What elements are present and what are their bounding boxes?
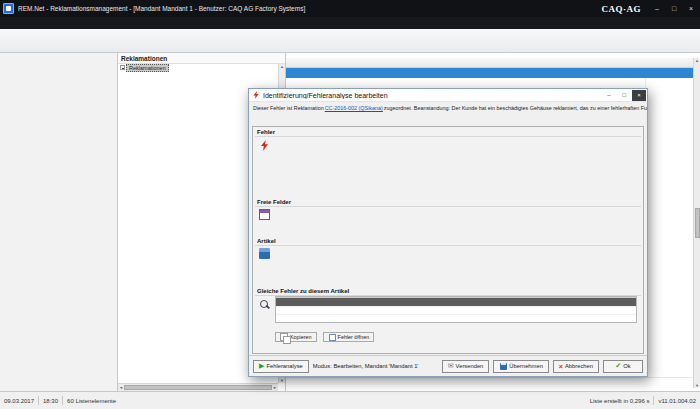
status-time: 18:30	[43, 398, 58, 404]
abbrechen-button[interactable]: ×Abbrechen	[553, 360, 599, 373]
scroll-down-icon[interactable]: ▼	[280, 378, 284, 383]
collapse-icon[interactable]	[120, 65, 125, 70]
dialog-tab-page: Fehler Freie Felder Artikel Gleiche Fehl…	[252, 126, 644, 354]
gleiche-fehler-group-title: Gleiche Fehler zu diesem Artikel	[255, 287, 641, 296]
status-version: v11.01.004.02	[658, 398, 696, 404]
scroll-right-icon[interactable]: ►	[273, 385, 277, 390]
error-bolt-icon	[259, 140, 270, 151]
dialog-title-bar: Identifizierung/Fehleranalyse bearbeiten…	[249, 89, 647, 102]
freie-felder-group-title: Freie Felder	[255, 198, 641, 207]
fehler-group: Fehler	[255, 128, 641, 138]
grid-header-row	[286, 58, 693, 68]
sidebar	[0, 53, 118, 391]
calendar-icon	[259, 209, 270, 220]
toolbar	[0, 29, 700, 53]
tree-horizontal-scrollbar[interactable]: ◄►	[118, 383, 278, 391]
grid-bottom-row[interactable]	[286, 377, 693, 388]
package-icon	[259, 248, 270, 259]
scroll-up-icon[interactable]: ▲	[695, 58, 699, 63]
status-date: 09.03.2017	[4, 398, 34, 404]
dialog-close-button[interactable]: ×	[632, 90, 646, 101]
dialog-minimize-button[interactable]: –	[602, 90, 616, 101]
envelope-icon: ✉	[448, 362, 454, 370]
dialog-tab-strip	[249, 114, 647, 126]
status-list-time: Liste erstellt in 0,296 s	[590, 398, 650, 404]
window-title: REM.Net - Reklamationsmanagement - [Mand…	[18, 5, 305, 12]
title-bar: REM.Net - Reklamationsmanagement - [Mand…	[0, 0, 700, 17]
dialog-footer: ▶Fehleranalyse Modus: Bearbeiten, Mandan…	[249, 355, 647, 376]
app-icon	[3, 3, 14, 14]
gleiche-fehler-table	[275, 296, 637, 323]
dialog-title: Identifizierung/Fehleranalyse bearbeiten	[263, 92, 602, 99]
tree-root-node[interactable]: Reklamationen	[118, 64, 285, 71]
app-window: REM.Net - Reklamationsmanagement - [Mand…	[0, 0, 700, 409]
artikel-group-title: Artikel	[255, 237, 641, 246]
freie-felder-group: Freie Felder	[255, 198, 641, 208]
error-bolt-icon	[252, 91, 260, 99]
cancel-x-icon: ×	[559, 363, 563, 370]
fehleranalyse-button[interactable]: ▶Fehleranalyse	[253, 360, 309, 373]
maximize-button[interactable]: □	[666, 2, 682, 15]
close-button[interactable]: ×	[683, 2, 699, 15]
modus-label: Modus: Bearbeiten, Mandant 'Mandant 1'	[313, 363, 438, 369]
minimize-button[interactable]: –	[649, 2, 665, 15]
status-count: 60 Listenelemente	[67, 398, 116, 404]
festgestellt-column-strip	[645, 78, 693, 377]
dialog-maximize-button[interactable]: □	[617, 90, 631, 101]
play-icon: ▶	[259, 362, 264, 370]
scrollbar-thumb[interactable]	[124, 385, 272, 390]
complaint-link[interactable]: CC-2016-002 (QSikana)	[325, 105, 383, 111]
versenden-button[interactable]: ✉Versenden	[442, 360, 490, 373]
copy-icon	[280, 333, 288, 341]
check-icon: ✓	[615, 362, 621, 370]
tree-panel-header: Reklamationen	[118, 53, 285, 64]
artikel-group: Artikel	[255, 237, 641, 247]
scroll-down-icon[interactable]: ▼	[695, 383, 699, 388]
kopieren-button[interactable]: Kopieren	[275, 332, 317, 342]
scroll-left-icon[interactable]: ◄	[119, 385, 123, 390]
table-selected-row[interactable]	[276, 298, 636, 306]
status-bar: 09.03.2017 18:30 60 Listenelemente Liste…	[0, 391, 700, 409]
menu-bar	[0, 17, 700, 29]
fehler-group-title: Fehler	[255, 128, 641, 137]
uebernehmen-button[interactable]: Übernehmen	[493, 360, 549, 373]
ok-button[interactable]: ✓Ok	[603, 360, 643, 373]
scroll-up-icon[interactable]: ▲	[280, 64, 284, 69]
fehleranalyse-dialog: Identifizierung/Fehleranalyse bearbeiten…	[248, 88, 648, 377]
grid-selected-row[interactable]	[286, 68, 693, 78]
dialog-info-line: Dieser Fehler ist Reklamation CC-2016-00…	[249, 102, 647, 114]
table-empty-row	[276, 314, 636, 322]
table-empty-row	[276, 306, 636, 314]
caq-ag-logo: CAQ·AG	[601, 4, 641, 14]
gleiche-fehler-group: Gleiche Fehler zu diesem Artikel Kopiere…	[255, 287, 641, 347]
open-error-icon	[329, 334, 336, 341]
info-suffix: zugeordnet. Beanstandung: Der Kunde hat …	[384, 105, 647, 111]
scrollbar-thumb[interactable]	[695, 208, 700, 238]
search-icon	[259, 299, 270, 310]
info-prefix: Dieser Fehler ist Reklamation	[253, 105, 324, 111]
fehler-oeffnen-button[interactable]: Fehler öffnen	[323, 332, 375, 342]
save-disk-icon	[500, 363, 507, 370]
grid-vertical-scrollbar[interactable]: ▲▼	[693, 58, 700, 388]
